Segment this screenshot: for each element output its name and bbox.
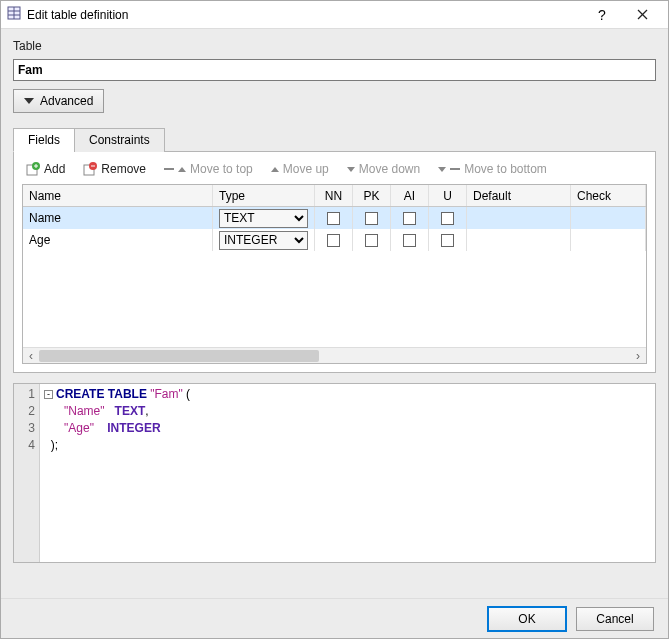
tabs: Fields Constraints	[13, 127, 656, 152]
fields-grid: Name Type NN PK AI U Default Check NameT…	[22, 184, 647, 364]
move-up-icon	[271, 167, 279, 172]
move-down-button[interactable]: Move down	[347, 162, 420, 176]
checkbox[interactable]	[403, 234, 416, 247]
col-header-ai[interactable]: AI	[391, 185, 429, 206]
advanced-label: Advanced	[40, 94, 93, 108]
chevron-down-icon	[24, 98, 34, 104]
col-header-name[interactable]: Name	[23, 185, 213, 206]
sql-gutter: 1 2 3 4	[14, 384, 40, 562]
checkbox[interactable]	[327, 234, 340, 247]
col-header-default[interactable]: Default	[467, 185, 571, 206]
move-bottom-icon	[438, 167, 446, 172]
move-bottom-button[interactable]: Move to bottom	[438, 162, 547, 176]
tab-fields[interactable]: Fields	[13, 128, 75, 152]
type-select[interactable]: TEXTINTEGERREALBLOBNUMERIC	[219, 209, 308, 228]
fields-toolbar: Add Remove Move to top Move up Move down	[22, 160, 647, 184]
grid-body: NameTEXTINTEGERREALBLOBNUMERICAgeTEXTINT…	[23, 207, 646, 347]
move-top-icon	[164, 168, 174, 170]
checkbox[interactable]	[441, 234, 454, 247]
add-field-button[interactable]: Add	[26, 162, 65, 176]
move-top-button[interactable]: Move to top	[164, 162, 253, 176]
sql-preview: 1 2 3 4 -CREATE TABLE "Fam" ( "Name" TEX…	[13, 383, 656, 563]
table-label: Table	[13, 39, 656, 53]
add-icon	[26, 162, 40, 176]
checkbox[interactable]	[327, 212, 340, 225]
close-icon	[637, 9, 648, 20]
fold-icon[interactable]: -	[44, 390, 53, 399]
checkbox[interactable]	[403, 212, 416, 225]
move-down-icon	[347, 167, 355, 172]
edit-table-dialog: Edit table definition ? Table Advanced F…	[0, 0, 669, 639]
col-header-check[interactable]: Check	[571, 185, 646, 206]
cancel-button[interactable]: Cancel	[576, 607, 654, 631]
col-header-pk[interactable]: PK	[353, 185, 391, 206]
table-row[interactable]: AgeTEXTINTEGERREALBLOBNUMERIC	[23, 229, 646, 251]
tab-constraints[interactable]: Constraints	[74, 128, 165, 152]
dialog-content: Table Advanced Fields Constraints Add Re…	[1, 29, 668, 598]
close-button[interactable]	[622, 2, 662, 28]
horizontal-scrollbar[interactable]: ‹ ›	[23, 347, 646, 363]
scroll-left-arrow[interactable]: ‹	[23, 348, 39, 364]
col-header-nn[interactable]: NN	[315, 185, 353, 206]
table-name-input[interactable]	[13, 59, 656, 81]
fields-panel: Add Remove Move to top Move up Move down	[13, 152, 656, 373]
checkbox[interactable]	[365, 212, 378, 225]
remove-field-button[interactable]: Remove	[83, 162, 146, 176]
table-icon	[7, 6, 21, 23]
help-button[interactable]: ?	[582, 2, 622, 28]
checkbox[interactable]	[365, 234, 378, 247]
titlebar: Edit table definition ?	[1, 1, 668, 29]
sql-code[interactable]: -CREATE TABLE "Fam" ( "Name" TEXT, "Age"…	[40, 384, 194, 562]
checkbox[interactable]	[441, 212, 454, 225]
dialog-title: Edit table definition	[27, 8, 582, 22]
remove-icon	[83, 162, 97, 176]
col-header-u[interactable]: U	[429, 185, 467, 206]
advanced-button[interactable]: Advanced	[13, 89, 104, 113]
grid-header: Name Type NN PK AI U Default Check	[23, 185, 646, 207]
scroll-right-arrow[interactable]: ›	[630, 348, 646, 364]
col-header-type[interactable]: Type	[213, 185, 315, 206]
type-select[interactable]: TEXTINTEGERREALBLOBNUMERIC	[219, 231, 308, 250]
ok-button[interactable]: OK	[488, 607, 566, 631]
table-row[interactable]: NameTEXTINTEGERREALBLOBNUMERIC	[23, 207, 646, 229]
scroll-thumb[interactable]	[39, 350, 319, 362]
move-up-button[interactable]: Move up	[271, 162, 329, 176]
dialog-footer: OK Cancel	[1, 598, 668, 638]
